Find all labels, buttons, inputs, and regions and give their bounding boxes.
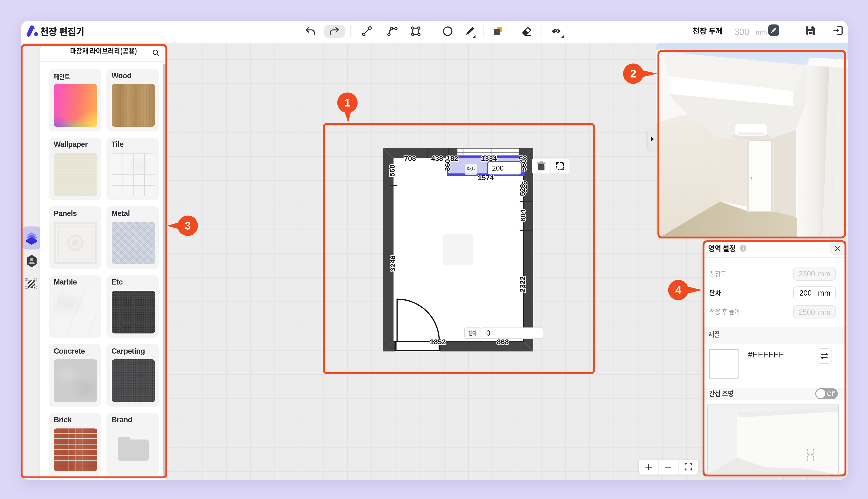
- svg-text:4: 4: [675, 284, 681, 296]
- svg-text:3: 3: [185, 219, 191, 232]
- svg-text:1: 1: [344, 96, 350, 109]
- svg-text:2: 2: [630, 68, 636, 80]
